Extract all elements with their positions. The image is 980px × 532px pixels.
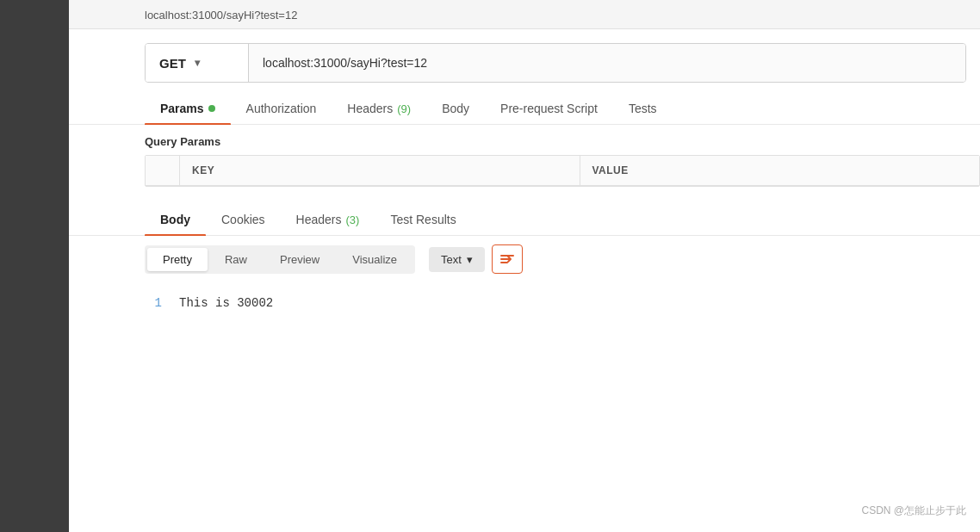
format-tabs: Pretty Raw Preview Visualize	[145, 245, 415, 274]
col-key-header: KEY	[180, 156, 580, 185]
response-tab-headers[interactable]: Headers (3)	[281, 204, 375, 235]
tab-body[interactable]: Body	[426, 93, 485, 124]
response-toolbar: Pretty Raw Preview Visualize Text ▾	[69, 236, 980, 282]
text-format-label: Text	[441, 253, 462, 266]
response-tab-headers-label: Headers	[296, 213, 342, 226]
headers-count: (9)	[397, 102, 411, 115]
format-tab-visualize[interactable]: Visualize	[337, 248, 412, 271]
url-input[interactable]	[249, 44, 965, 82]
params-dot-icon	[208, 105, 215, 112]
url-bar: GET ▾	[145, 43, 966, 83]
text-format-chevron-icon: ▾	[467, 253, 473, 266]
response-tab-testresults-label: Test Results	[390, 213, 456, 226]
top-url-display: localhost:31000/sayHi?test=12	[145, 9, 297, 22]
wrap-icon	[499, 251, 515, 267]
sidebar	[0, 0, 69, 532]
tab-headers-label: Headers	[347, 102, 393, 115]
format-tab-raw[interactable]: Raw	[209, 248, 263, 271]
response-tabs: Body Cookies Headers (3) Test Results	[69, 204, 980, 236]
col-value-header: VALUE	[580, 156, 980, 185]
response-tab-cookies[interactable]: Cookies	[206, 204, 281, 235]
response-section: Body Cookies Headers (3) Test Results Pr…	[69, 204, 980, 324]
watermark: CSDN @怎能止步于此	[861, 504, 966, 518]
response-tab-body-label: Body	[160, 213, 190, 226]
response-headers-count: (3)	[346, 213, 360, 226]
text-format-dropdown[interactable]: Text ▾	[429, 247, 485, 272]
format-tab-pretty[interactable]: Pretty	[147, 248, 208, 271]
response-tab-cookies-label: Cookies	[221, 213, 265, 226]
response-tab-testresults[interactable]: Test Results	[375, 204, 471, 235]
tab-tests[interactable]: Tests	[613, 93, 673, 124]
line-number-1: 1	[145, 296, 162, 310]
response-line: 1 This is 30002	[145, 296, 966, 310]
response-body: 1 This is 30002	[69, 282, 980, 324]
tab-prerequest-label: Pre-request Script	[500, 102, 598, 115]
line-content-1: This is 30002	[179, 296, 273, 310]
params-table: KEY VALUE	[145, 155, 980, 187]
request-tabs: Params Authorization Headers (9) Body Pr…	[69, 93, 980, 125]
tab-tests-label: Tests	[629, 102, 657, 115]
tab-params-label: Params	[160, 102, 204, 115]
format-tab-preview[interactable]: Preview	[264, 248, 335, 271]
tab-headers[interactable]: Headers (9)	[332, 93, 426, 124]
col-checkbox	[146, 156, 180, 185]
query-params-label: Query Params	[69, 125, 980, 155]
tab-body-label: Body	[442, 102, 469, 115]
word-wrap-button[interactable]	[492, 244, 523, 274]
method-label: GET	[159, 56, 186, 71]
tab-params[interactable]: Params	[145, 93, 231, 124]
top-bar: localhost:31000/sayHi?test=12	[69, 0, 980, 29]
method-selector[interactable]: GET ▾	[146, 44, 249, 82]
tab-prerequest[interactable]: Pre-request Script	[485, 93, 613, 124]
params-table-header: KEY VALUE	[146, 156, 979, 186]
method-chevron-icon: ▾	[195, 57, 200, 69]
response-tab-body[interactable]: Body	[145, 204, 206, 235]
tab-authorization[interactable]: Authorization	[231, 93, 332, 124]
tab-authorization-label: Authorization	[246, 102, 317, 115]
